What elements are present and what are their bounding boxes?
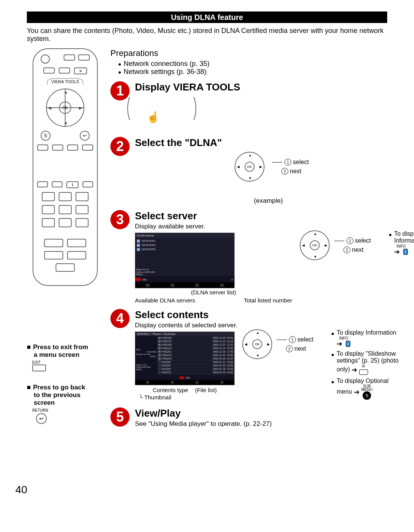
return-button[interactable]: ↩ bbox=[80, 131, 90, 141]
remote-wide-button[interactable] bbox=[44, 239, 63, 247]
step2-title: Select the "DLNA" bbox=[135, 137, 414, 149]
r-key-icon[interactable] bbox=[359, 369, 368, 375]
dpad-illustration: OK ▲ ▼ ◀ ▶ bbox=[235, 152, 264, 182]
remote-control: ✕ VIERA TOOLS OK ▲ ▼ ◀ ▶ S ↩ bbox=[33, 48, 98, 286]
ok-button[interactable]: OK bbox=[252, 339, 262, 349]
return-key-icon[interactable]: ↩ bbox=[36, 413, 47, 424]
server-icon bbox=[137, 244, 140, 247]
exit-instruction: Press to exit from a menu screen EXIT bbox=[27, 343, 104, 372]
prep-item: Network connections (p. 35) bbox=[118, 60, 414, 68]
dlna-server-list-screen: DLNA server SERVER1 SERVER2 SERVER3 Sele… bbox=[135, 233, 235, 288]
step1-title: Display VIERA TOOLS bbox=[135, 81, 414, 93]
color-button[interactable] bbox=[52, 144, 63, 151]
step5-sub: See "Using Media player" to operate. (p.… bbox=[135, 420, 414, 428]
remote-small-button[interactable] bbox=[64, 54, 75, 61]
return-instruction: Press to go back to the previous screen … bbox=[27, 384, 104, 424]
viera-tools-label: VIERA TOOLS bbox=[47, 78, 83, 85]
ok-button[interactable]: OK bbox=[59, 102, 71, 114]
example-label: (example) bbox=[112, 197, 414, 205]
step-number-3: 3 bbox=[110, 210, 130, 229]
remote-small-button[interactable] bbox=[37, 181, 48, 187]
info-key-icon[interactable]: i bbox=[403, 249, 408, 255]
server-list-under-labels: Available DLNA servers Total listed numb… bbox=[135, 297, 292, 304]
server-icon bbox=[137, 248, 140, 251]
remote-small-button[interactable] bbox=[82, 181, 93, 187]
info-key-icon[interactable]: i bbox=[346, 341, 351, 347]
exit-key-label: EXIT bbox=[32, 360, 104, 365]
step-number-1: 1 bbox=[110, 81, 130, 100]
file-row: 🎵 M100542009-01-28 14:48 bbox=[157, 368, 234, 371]
remote-wide-button[interactable] bbox=[67, 239, 86, 247]
power-button[interactable] bbox=[41, 54, 50, 64]
ok-button[interactable]: OK bbox=[310, 240, 320, 250]
prep-item: Network settings (p. 36-38) bbox=[118, 68, 414, 76]
file-row: 📷 P0001022008-10-05 09:54 bbox=[157, 337, 234, 340]
intro-text: You can share the contents (Photo, Video… bbox=[27, 27, 387, 43]
file-row: 🎵 M100252009-01-12 15:56 bbox=[157, 361, 234, 364]
step-number-5: 5 bbox=[110, 407, 130, 427]
step4-sub: Display contents of selected server. bbox=[135, 322, 414, 329]
dpad-illustration: OK ▲ ▼ ◀ ▶ bbox=[242, 329, 272, 359]
step-number-4: 4 bbox=[110, 309, 130, 328]
contents-type-label: Contents type bbox=[153, 387, 188, 393]
dpad[interactable]: OK ▲ ▼ ◀ ▶ bbox=[46, 89, 84, 127]
breadcrumb: SERVER1 > Photos > All photos bbox=[135, 332, 234, 336]
hand-pointer-icon: ☝ bbox=[146, 111, 160, 123]
remote-wide-button[interactable] bbox=[67, 251, 86, 259]
color-button[interactable] bbox=[67, 144, 78, 151]
step-number-2: 2 bbox=[110, 137, 130, 156]
info-tip: ● To display Information INFO ➔ i bbox=[389, 230, 414, 256]
optional-menu-tip: ● To display Optional menu ➔ SUBMENU bbox=[331, 378, 414, 400]
server-icon bbox=[137, 240, 140, 243]
preparations-heading: Preparations bbox=[110, 48, 414, 58]
slideshow-tip: ● To display "Slideshow settings" (p. 25… bbox=[331, 350, 414, 375]
file-row: 🎵 M100422009-01-20 10:08 bbox=[157, 364, 234, 368]
remote-wide-button[interactable] bbox=[56, 263, 75, 272]
dpad-illustration: OK ▲ ▼ ◀ ▶ bbox=[300, 230, 330, 260]
right-arrow-icon: ▶ bbox=[79, 106, 82, 110]
close-button[interactable]: ✕ bbox=[74, 67, 87, 74]
remote-wide-button[interactable] bbox=[44, 251, 63, 259]
submenu-key-icon[interactable]: S bbox=[363, 391, 371, 400]
remote-small-button[interactable] bbox=[52, 181, 62, 187]
screen-header: DLNA server bbox=[135, 233, 234, 238]
s-button[interactable]: S bbox=[41, 131, 51, 141]
thumbnail-label: └ Thumbnail bbox=[139, 394, 235, 401]
step3-sub: Display available server. bbox=[135, 223, 414, 230]
contents-list-screen: SERVER1 > Photos > All photos Size 640x4… bbox=[135, 332, 235, 385]
server-list-caption: (DLNA server list) bbox=[135, 289, 292, 296]
down-arrow-icon: ▼ bbox=[64, 121, 68, 125]
info-tip: ● To display Information INFO ➔ i bbox=[331, 329, 414, 348]
number-pad[interactable] bbox=[42, 192, 89, 227]
file-list-label: (File list) bbox=[195, 387, 217, 393]
file-row: 📷 P0002932009-01-06 13:52 bbox=[157, 357, 234, 361]
file-row: 📷 P0002762008-12-25 14:06 bbox=[157, 354, 234, 357]
step3-title: Select server bbox=[135, 210, 414, 222]
color-button[interactable] bbox=[37, 144, 48, 151]
file-row: 📷 P0002512008-12-19 12:39 bbox=[157, 350, 234, 354]
remote-small-button[interactable] bbox=[78, 54, 90, 61]
ok-button[interactable]: OK bbox=[245, 162, 255, 172]
file-row: 📷 P0001352008-11-20 13:18 bbox=[157, 340, 234, 343]
info-button[interactable]: i bbox=[66, 181, 79, 188]
file-row: 📷 P0002142008-12-10 15:20 bbox=[157, 347, 234, 350]
color-button[interactable] bbox=[82, 144, 93, 151]
viera-tools-button-illustration: ☝ bbox=[135, 97, 185, 131]
left-arrow-icon: ◀ bbox=[48, 106, 51, 110]
remote-small-button[interactable] bbox=[43, 67, 55, 74]
remote-small-button[interactable] bbox=[59, 67, 70, 74]
step4-title: Select contents bbox=[135, 309, 414, 321]
file-row: 📷 P0001802008-12-07 11:31 bbox=[157, 343, 234, 347]
return-key-label: RETURN bbox=[32, 408, 104, 412]
exit-key-icon[interactable] bbox=[32, 365, 46, 371]
section-title: Using DLNA feature bbox=[27, 11, 387, 23]
dpad-labels: 1select 2next bbox=[271, 159, 309, 175]
step5-title: View/Play bbox=[135, 407, 414, 419]
page-number: 40 bbox=[15, 484, 27, 496]
file-row: 🎵 M100782009-02-09 19:58 bbox=[157, 371, 234, 374]
up-arrow-icon: ▲ bbox=[64, 90, 68, 94]
